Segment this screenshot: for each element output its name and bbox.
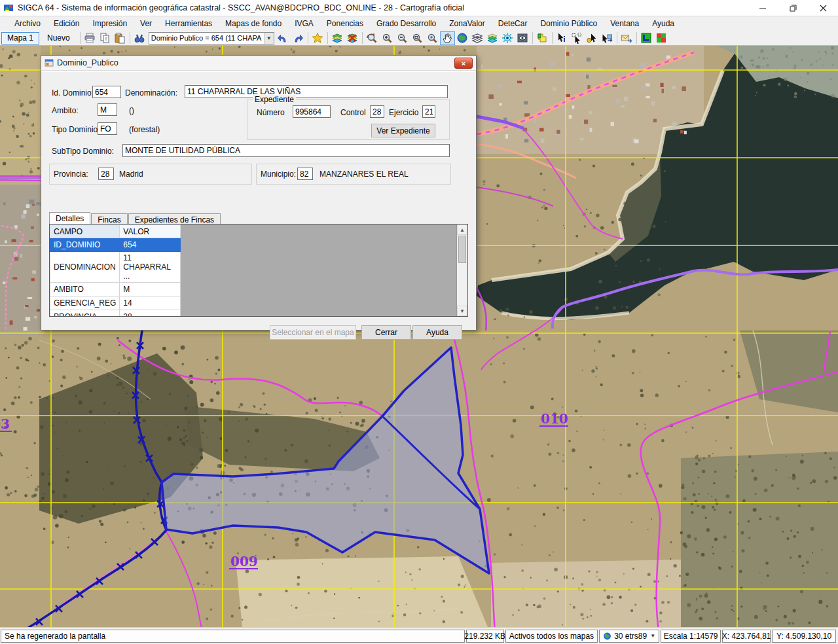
provincia-code-field[interactable] xyxy=(98,168,114,180)
crs-selector[interactable]: 30 etrs89 ▼ xyxy=(599,630,659,643)
copy-icon[interactable] xyxy=(98,31,113,45)
zoom-previous-icon[interactable] xyxy=(365,31,380,45)
grid-scrollbar[interactable]: ▲ ▼ xyxy=(456,224,467,316)
table-row[interactable]: GERENCIA_REG14 xyxy=(50,296,181,310)
eye-icon[interactable] xyxy=(500,31,515,45)
table-row[interactable]: PROVINCIA28 xyxy=(50,310,181,317)
ambito-label: Ambito: xyxy=(52,106,79,115)
undo-icon[interactable] xyxy=(276,31,291,45)
denominacion-field[interactable] xyxy=(185,85,448,98)
id-dominio-field[interactable] xyxy=(92,86,121,98)
pan-icon[interactable] xyxy=(440,31,455,45)
new-map-button[interactable]: Nuevo xyxy=(42,33,75,44)
dialog-title-bar[interactable]: Dominio_Publico × xyxy=(41,56,476,71)
table-row[interactable]: DENOMINACION11 CHAPARRAL ... xyxy=(50,252,181,283)
find-icon[interactable] xyxy=(132,31,147,45)
menu-item-detecar[interactable]: DeteCar xyxy=(492,17,534,30)
table-row[interactable]: AMBITOM xyxy=(50,283,181,296)
globe-icon[interactable] xyxy=(455,31,470,45)
ambito-field[interactable] xyxy=(98,103,117,116)
select-elements-icon[interactable] xyxy=(570,31,585,45)
menu-item-ver[interactable]: Ver xyxy=(134,17,158,30)
star-icon[interactable] xyxy=(310,31,325,45)
menu-item-zonavalor[interactable]: ZonaValor xyxy=(443,17,491,30)
subtipo-field[interactable] xyxy=(122,144,450,157)
globe-icon xyxy=(603,632,611,641)
zoom-center-icon[interactable] xyxy=(425,31,440,45)
menu-item-ivga[interactable]: IVGA xyxy=(288,17,320,30)
ver-expediente-button[interactable]: Ver Expediente xyxy=(371,124,435,137)
menu-item-edici-n[interactable]: Edición xyxy=(47,17,86,30)
menu-item-dominio-p-blico[interactable]: Dominio Público xyxy=(534,17,604,30)
municipio-label: Municipio: xyxy=(261,170,296,179)
menu-item-ponencias[interactable]: Ponencias xyxy=(320,17,370,30)
layers-visible-icon[interactable] xyxy=(330,31,345,45)
municipio-code-field[interactable] xyxy=(297,168,313,180)
ejercicio-field[interactable] xyxy=(422,105,435,118)
tipo-dominio-field[interactable] xyxy=(98,122,117,135)
scroll-down-icon[interactable]: ▼ xyxy=(457,306,467,316)
redo-icon[interactable] xyxy=(291,31,306,45)
menu-item-ventana[interactable]: Ventana xyxy=(604,17,646,30)
select-info-icon[interactable] xyxy=(555,31,570,45)
campo-header[interactable]: CAMPO xyxy=(50,225,120,238)
scroll-thumb[interactable] xyxy=(458,236,466,263)
dialog-close-button[interactable]: × xyxy=(454,58,473,69)
menu-item-archivo[interactable]: Archivo xyxy=(8,17,47,30)
crs-dropdown-icon[interactable]: ▼ xyxy=(650,633,655,639)
zoom-in-icon[interactable] xyxy=(380,31,395,45)
layers-stack-icon[interactable] xyxy=(470,31,485,45)
table-cell[interactable]: 28 xyxy=(120,310,181,317)
legend-red-icon[interactable] xyxy=(654,31,669,45)
table-cell[interactable]: 14 xyxy=(120,296,181,310)
table-cell[interactable]: 11 CHAPARRAL ... xyxy=(120,252,181,283)
zoom-out-icon[interactable] xyxy=(395,31,410,45)
preview-icon[interactable] xyxy=(515,31,530,45)
toolbar-separator xyxy=(532,32,533,44)
restore-button[interactable] xyxy=(778,0,808,16)
menu-item-grado-desarrollo[interactable]: Grado Desarrollo xyxy=(370,17,443,30)
valor-header[interactable]: VALOR xyxy=(120,225,181,238)
control-field[interactable] xyxy=(370,105,384,118)
ayuda-button[interactable]: Ayuda xyxy=(412,325,462,340)
table-row[interactable]: ID_DOMINIO654 xyxy=(50,238,181,252)
dialog-body: Id. Dominio: Denominación: Ambito: () Ti… xyxy=(41,71,476,330)
select-export-icon[interactable] xyxy=(600,31,615,45)
table-cell[interactable]: GERENCIA_REG xyxy=(50,296,120,310)
application-window: 009 010 03 SIGCA 64 - Sistema de informa… xyxy=(0,0,838,644)
window-title: SIGCA 64 - Sistema de información geográ… xyxy=(18,3,464,12)
map-tab-button[interactable]: Mapa 1 xyxy=(1,32,39,45)
send-map-icon[interactable] xyxy=(619,31,634,45)
table-cell[interactable]: M xyxy=(120,283,181,296)
expediente-legend: Expediente xyxy=(253,95,296,104)
menu-item-mapas-de-fondo[interactable]: Mapas de fondo xyxy=(219,17,288,30)
cerrar-button[interactable]: Cerrar xyxy=(361,325,411,340)
table-cell[interactable]: AMBITO xyxy=(50,283,120,296)
detail-grid: CAMPO VALOR ID_DOMINIO654DENOMINACION11 … xyxy=(49,224,468,317)
menu-item-ayuda[interactable]: Ayuda xyxy=(646,17,681,30)
numero-field[interactable] xyxy=(293,105,331,118)
combobox-dropdown-icon[interactable]: ▼ xyxy=(264,33,274,44)
menu-item-impresi-n[interactable]: Impresión xyxy=(86,17,134,30)
scroll-up-icon[interactable]: ▲ xyxy=(457,224,467,235)
parcel-edit-icon[interactable] xyxy=(535,31,550,45)
seleccionar-mapa-button[interactable]: Seleccionar en el mapa xyxy=(270,325,356,340)
minimize-button[interactable] xyxy=(748,0,778,16)
control-label: Control xyxy=(340,108,366,117)
table-cell[interactable]: ID_DOMINIO xyxy=(50,238,120,252)
print-icon[interactable] xyxy=(82,31,98,45)
layers-remove-icon[interactable] xyxy=(345,31,360,45)
paste-icon[interactable] xyxy=(113,31,128,45)
id-dominio-label: Id. Dominio: xyxy=(52,88,94,98)
close-button[interactable] xyxy=(808,0,838,16)
legend-green-icon[interactable] xyxy=(639,31,654,45)
table-cell[interactable]: DENOMINACION xyxy=(50,252,120,283)
menu-item-herramientas[interactable]: Herramientas xyxy=(158,17,219,30)
numero-label: Número xyxy=(257,108,285,117)
select-point-icon[interactable] xyxy=(585,31,600,45)
table-cell[interactable]: PROVINCIA xyxy=(50,310,120,317)
selection-combobox[interactable]: Dominio Publico = 654 (11 CHAPA▼ xyxy=(149,32,274,45)
zoom-window-icon[interactable] xyxy=(410,31,425,45)
layers-colored-icon[interactable] xyxy=(485,31,500,45)
table-cell[interactable]: 654 xyxy=(120,238,181,252)
